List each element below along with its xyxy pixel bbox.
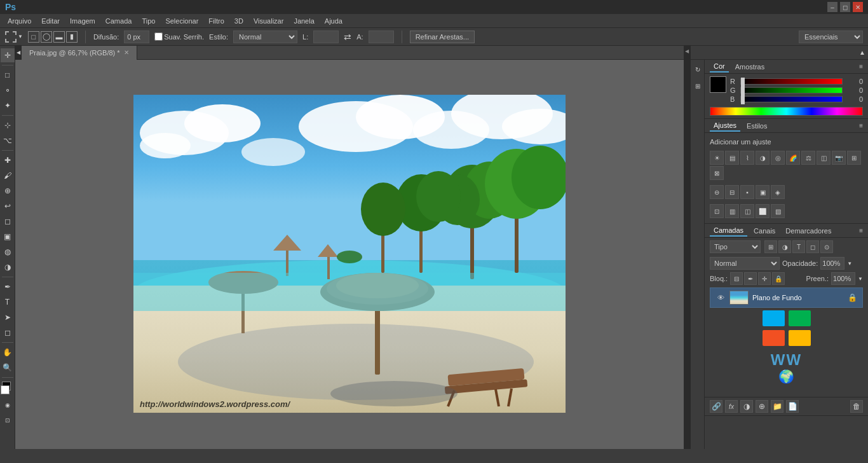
tab-estilos[interactable]: Estilos <box>743 121 771 131</box>
g-thumb[interactable] <box>741 86 745 95</box>
gradient-tool[interactable]: ▣ <box>1 230 15 244</box>
r-track[interactable] <box>740 78 843 85</box>
blur-tool[interactable]: ◍ <box>1 245 15 259</box>
spectrum-bar[interactable] <box>710 107 863 116</box>
lock-position[interactable]: ✛ <box>758 272 771 285</box>
colorbal-adj[interactable]: ⚖ <box>801 151 815 165</box>
exposure-adj[interactable]: ◑ <box>756 151 770 165</box>
refine-button[interactable]: Refinar Arestas... <box>410 31 475 43</box>
menu-arquivo[interactable]: Arquivo <box>3 14 36 27</box>
type-tool[interactable]: T <box>1 295 15 309</box>
hsl-adj[interactable]: 🌈 <box>786 151 800 165</box>
threshold-adj[interactable]: ▪ <box>740 185 754 199</box>
shape-tool[interactable]: ◻ <box>1 326 15 340</box>
workspace-select[interactable]: Essenciais Design gráfico Pintura Fotogr… <box>799 31 863 43</box>
pen-tool[interactable]: ✒ <box>1 280 15 294</box>
menu-ajuda[interactable]: Ajuda <box>320 14 348 27</box>
adj-3-2[interactable]: ▥ <box>725 204 739 218</box>
screen-mode[interactable]: ⊡ <box>1 413 15 427</box>
tab-close-button[interactable]: ✕ <box>124 49 129 56</box>
menu-3d[interactable]: 3D <box>229 14 248 27</box>
type-filter[interactable]: T <box>792 240 805 253</box>
style-select[interactable]: Normal Proporção fixa Tamanho fixo <box>233 31 297 43</box>
panel-expand-left[interactable]: ◀ <box>15 46 22 60</box>
adj-3-5[interactable]: ▧ <box>771 204 785 218</box>
link-layers-btn[interactable]: 🔗 <box>710 400 722 413</box>
delete-layer-btn[interactable]: 🗑 <box>850 400 863 413</box>
close-button[interactable]: ✕ <box>853 2 863 12</box>
quick-mask-mode[interactable]: ◉ <box>1 398 15 412</box>
lock-transparent[interactable]: ⊟ <box>730 272 743 285</box>
brush-tool[interactable]: 🖌 <box>1 169 15 183</box>
g-track[interactable] <box>740 87 843 93</box>
layer-item-background[interactable]: 👁 Plano de Fundo 🔒 <box>710 287 863 308</box>
add-style-btn[interactable]: fx <box>725 400 738 413</box>
foreground-color-swatch[interactable] <box>710 76 726 93</box>
menu-janela[interactable]: Janela <box>288 14 319 27</box>
gradient-map-adj[interactable]: ▣ <box>756 185 770 199</box>
adj-3-4[interactable]: ⬜ <box>756 204 770 218</box>
heal-tool[interactable]: ✚ <box>1 153 15 167</box>
selective-color-adj[interactable]: ◈ <box>771 185 785 199</box>
add-adjustment-layer-btn[interactable]: ⊕ <box>756 400 768 413</box>
menu-tipo[interactable]: Tipo <box>137 14 160 27</box>
opacity-input[interactable] <box>820 257 844 270</box>
document-tab[interactable]: Praia.jpg @ 66,7% (RGB/8) * ✕ <box>22 46 137 60</box>
crop-tool[interactable]: ⊹ <box>1 118 15 132</box>
panels-collapse-icon[interactable]: ▲ <box>859 49 865 56</box>
tab-ajustes[interactable]: Ajustes <box>710 120 740 132</box>
menu-filtro[interactable]: Filtro <box>203 14 229 27</box>
fill-arrow[interactable]: ▼ <box>858 276 863 282</box>
layer-visibility[interactable]: 👁 <box>715 293 726 303</box>
dodge-tool[interactable]: ◑ <box>1 260 15 274</box>
blend-mode-select[interactable]: Normal Dissolver Escurecer Multiplicar <box>710 257 780 270</box>
add-mask-btn[interactable]: ◑ <box>740 400 753 413</box>
rect-icon[interactable]: □ <box>28 31 39 43</box>
add-layer-btn[interactable]: 📄 <box>786 400 799 413</box>
menu-camada[interactable]: Camada <box>100 14 137 27</box>
menu-selecionar[interactable]: Selecionar <box>160 14 203 27</box>
adj-3-1[interactable]: ⊡ <box>710 204 724 218</box>
menu-visualizar[interactable]: Visualizar <box>248 14 289 27</box>
col-icon[interactable]: ▮ <box>66 31 78 43</box>
circle-icon[interactable]: ◯ <box>41 31 52 43</box>
add-group-btn[interactable]: 📁 <box>771 400 783 413</box>
l-input[interactable] <box>313 31 339 43</box>
opacity-arrow[interactable]: ▼ <box>847 261 852 266</box>
window-controls[interactable]: – ◻ ✕ <box>827 2 863 12</box>
adj-3-3[interactable]: ◫ <box>740 204 754 218</box>
layers-panel-menu[interactable]: ≡ <box>859 227 863 234</box>
menu-editar[interactable]: Editar <box>36 14 65 27</box>
vibrance-adj[interactable]: ◎ <box>771 151 785 165</box>
brightness-adj[interactable]: ☀ <box>710 151 724 165</box>
eraser-tool[interactable]: ◻ <box>1 214 15 228</box>
path-select-tool[interactable]: ➤ <box>1 310 15 324</box>
shape-filter[interactable]: ◻ <box>806 240 819 253</box>
tab-amostras[interactable]: Amostras <box>731 62 768 72</box>
quick-select-tool[interactable]: ✦ <box>1 99 15 113</box>
tab-cor[interactable]: Cor <box>710 61 729 73</box>
a-input[interactable] <box>369 31 394 43</box>
pixel-filter[interactable]: ⊞ <box>764 240 777 253</box>
color-panel-menu[interactable]: ≡ <box>859 63 863 70</box>
layer-type-filter[interactable]: Tipo <box>710 240 761 253</box>
history-brush[interactable]: ↩ <box>1 199 15 213</box>
antialias-checkbox-area[interactable]: Suav. Serrih. <box>154 32 204 41</box>
panel-tool-2[interactable]: ⊞ <box>691 79 705 93</box>
hand-tool[interactable]: ✋ <box>1 345 15 359</box>
row-icon[interactable]: ▬ <box>53 31 65 43</box>
colorlookup-adj[interactable]: ⊠ <box>710 166 724 180</box>
adj-filter[interactable]: ◑ <box>778 240 791 253</box>
photofilter-adj[interactable]: 📷 <box>832 151 846 165</box>
r-thumb[interactable] <box>741 78 745 86</box>
mixchannel-adj[interactable]: ⊞ <box>847 151 861 165</box>
tab-canais[interactable]: Canais <box>750 226 779 236</box>
menu-imagem[interactable]: Imagem <box>65 14 100 27</box>
clone-tool[interactable]: ⊕ <box>1 184 15 198</box>
zoom-tool[interactable]: 🔍 <box>1 361 15 375</box>
lasso-tool[interactable]: ⚬ <box>1 83 15 97</box>
tab-camadas[interactable]: Camadas <box>710 225 747 237</box>
fg-bg-colors[interactable] <box>1 382 15 396</box>
lock-pixel[interactable]: ✒ <box>744 272 757 285</box>
move-tool[interactable]: ✛ <box>1 48 15 62</box>
